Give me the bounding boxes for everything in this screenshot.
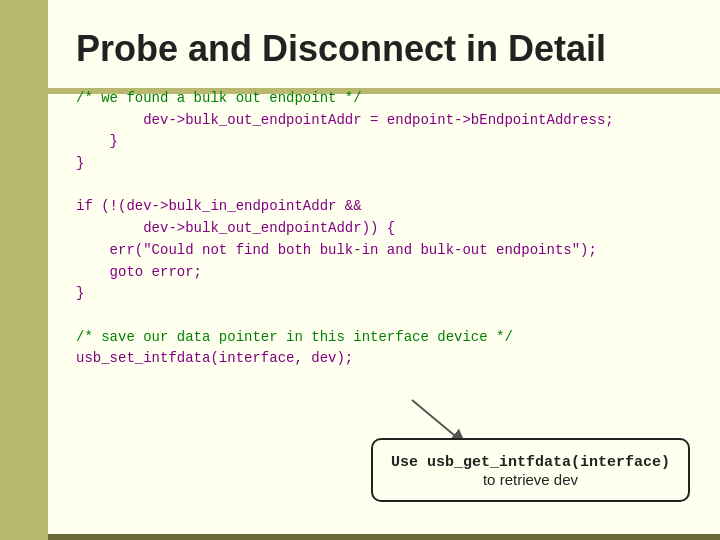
tooltip-line1: Use usb_get_intfdata(interface): [391, 454, 670, 471]
code-line-3: }: [76, 153, 692, 175]
code-comment-1: /* we found a bulk out endpoint */: [76, 88, 692, 110]
slide-title: Probe and Disconnect in Detail: [76, 28, 692, 70]
code-comment-2: /* save our data pointer in this interfa…: [76, 327, 692, 349]
tooltip-box: Use usb_get_intfdata(interface) to retri…: [371, 438, 690, 502]
code-line-2: }: [76, 131, 692, 153]
tooltip-line2: to retrieve dev: [483, 471, 578, 488]
code-line-5: dev->bulk_out_endpointAddr)) {: [76, 218, 692, 240]
code-spacer-1: [76, 175, 692, 197]
left-accent-bar: [0, 0, 48, 540]
code-line-7: goto error;: [76, 262, 692, 284]
svg-line-0: [412, 400, 460, 440]
code-line-6: err("Could not find both bulk-in and bul…: [76, 240, 692, 262]
slide: Probe and Disconnect in Detail /* we fou…: [0, 0, 720, 540]
code-line-8: }: [76, 283, 692, 305]
code-line-4: if (!(dev->bulk_in_endpointAddr &&: [76, 196, 692, 218]
slide-content: Probe and Disconnect in Detail /* we fou…: [48, 0, 720, 540]
code-spacer-2: [76, 305, 692, 327]
code-area: /* we found a bulk out endpoint */ dev->…: [76, 88, 692, 370]
code-line-1: dev->bulk_out_endpointAddr = endpoint->b…: [76, 110, 692, 132]
code-line-9: usb_set_intfdata(interface, dev);: [76, 348, 692, 370]
